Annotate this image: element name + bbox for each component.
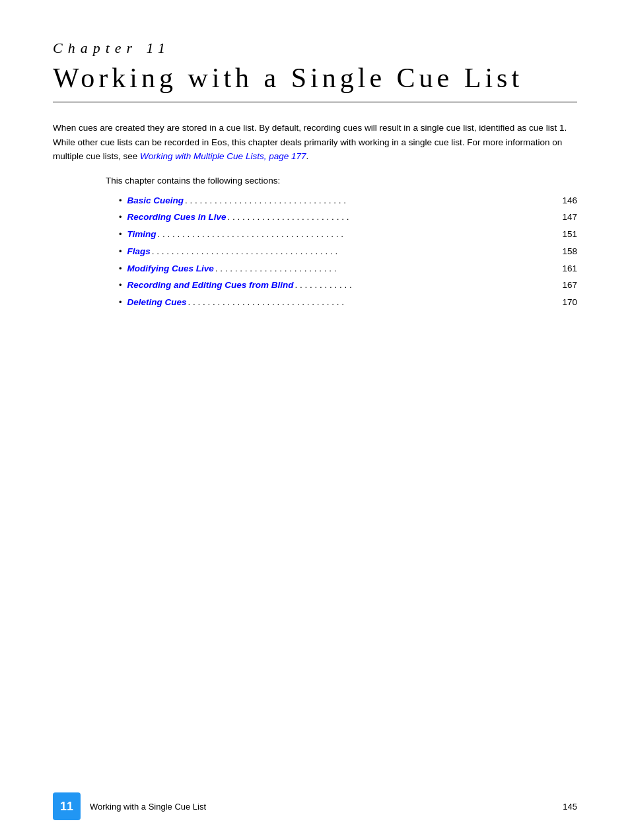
toc-page: 151 xyxy=(562,226,577,243)
toc-page: 158 xyxy=(562,243,577,260)
footer: 11 Working with a Single Cue List 145 xyxy=(0,792,630,820)
toc-list: •Basic Cueing . . . . . . . . . . . . . … xyxy=(119,192,577,311)
toc-intro-text: This chapter contains the following sect… xyxy=(106,176,577,186)
intro-paragraph: When cues are created they are stored in… xyxy=(53,121,577,164)
toc-bullet: • xyxy=(119,193,122,209)
footer-chapter-box: 11 xyxy=(53,792,81,820)
toc-dots: . . . . . . . . . . . . . . . . . . . . … xyxy=(157,226,563,243)
toc-link-0[interactable]: Basic Cueing xyxy=(127,192,184,209)
toc-page: 170 xyxy=(562,294,577,311)
toc-link-1[interactable]: Recording Cues in Live xyxy=(127,209,227,226)
toc-dots: . . . . . . . . . . . . . . . . . . . . … xyxy=(227,209,563,226)
toc-dots: . . . . . . . . . . . . . . . . . . . . … xyxy=(214,260,563,277)
toc-page: 147 xyxy=(562,209,577,226)
toc-link-6[interactable]: Deleting Cues xyxy=(127,294,187,311)
toc-link-4[interactable]: Modifying Cues Live xyxy=(127,260,214,277)
toc-dots: . . . . . . . . . . . . xyxy=(294,277,563,294)
toc-page: 167 xyxy=(562,277,577,294)
toc-page: 161 xyxy=(562,260,577,277)
toc-item: •Recording Cues in Live. . . . . . . . .… xyxy=(119,209,577,226)
toc-dots: . . . . . . . . . . . . . . . . . . . . … xyxy=(184,192,562,209)
toc-dots: . . . . . . . . . . . . . . . . . . . . … xyxy=(151,243,563,260)
toc-bullet: • xyxy=(119,295,122,311)
toc-dots: . . . . . . . . . . . . . . . . . . . . … xyxy=(187,294,563,311)
toc-bullet: • xyxy=(119,244,122,260)
toc-bullet: • xyxy=(119,227,122,243)
toc-bullet: • xyxy=(119,209,122,226)
chapter-title: Working with a Single Cue List xyxy=(53,62,577,94)
footer-chapter-title: Working with a Single Cue List xyxy=(90,802,563,812)
multiple-cue-lists-link[interactable]: Working with Multiple Cue Lists, page 17… xyxy=(140,151,306,161)
intro-text-before-link: When cues are created they are stored in… xyxy=(53,123,567,161)
toc-item: •Flags . . . . . . . . . . . . . . . . .… xyxy=(119,243,577,260)
toc-item: •Recording and Editing Cues from Blind .… xyxy=(119,277,577,294)
toc-bullet: • xyxy=(119,261,122,277)
toc-link-5[interactable]: Recording and Editing Cues from Blind xyxy=(127,277,294,294)
toc-item: •Timing . . . . . . . . . . . . . . . . … xyxy=(119,226,577,243)
toc-page: 146 xyxy=(562,192,577,209)
toc-link-3[interactable]: Flags xyxy=(127,243,151,260)
divider-line xyxy=(53,102,577,102)
toc-link-2[interactable]: Timing xyxy=(127,226,157,243)
page-container: Chapter 11 Working with a Single Cue Lis… xyxy=(0,0,630,840)
toc-item: •Basic Cueing . . . . . . . . . . . . . … xyxy=(119,192,577,209)
footer-page-number: 145 xyxy=(563,802,577,812)
toc-item: •Deleting Cues . . . . . . . . . . . . .… xyxy=(119,294,577,311)
chapter-label: Chapter 11 xyxy=(53,40,577,57)
toc-item: •Modifying Cues Live . . . . . . . . . .… xyxy=(119,260,577,277)
toc-bullet: • xyxy=(119,277,122,294)
